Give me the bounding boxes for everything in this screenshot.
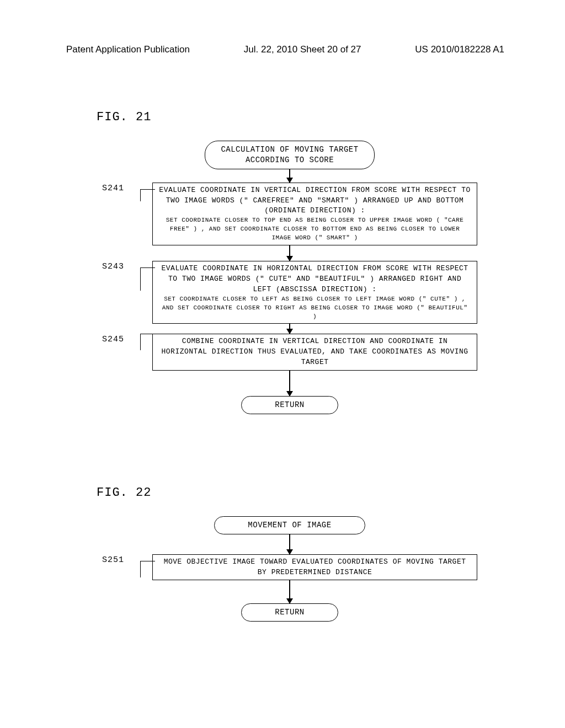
arrow-icon	[289, 371, 290, 396]
start-terminal-21: CALCULATION OF MOVING TARGET ACCORDING T…	[205, 141, 374, 169]
header-center: Jul. 22, 2010 Sheet 20 of 27	[244, 44, 361, 55]
process-s243: EVALUATE COORDINATE IN HORIZONTAL DIRECT…	[152, 261, 477, 324]
page-header: Patent Application Publication Jul. 22, …	[0, 0, 565, 55]
step-label-s241: S241	[102, 183, 140, 193]
start-terminal-22: MOVEMENT OF IMAGE	[214, 516, 365, 534]
return-terminal-21: RETURN	[241, 396, 338, 414]
process-s241-main: EVALUATE COORDINATE IN VERTICAL DIRECTIO…	[158, 185, 471, 217]
process-s245-main: COMBINE COORDINATE IN VERTICAL DIRECTION…	[158, 336, 471, 368]
process-s243-sub: SET COORDINATE CLOSER TO LEFT AS BEING C…	[158, 295, 471, 322]
process-s241-sub: SET COORDINATE CLOSER TO TOP END AS BEIN…	[158, 216, 471, 243]
process-s251-main: MOVE OBJECTIVE IMAGE TOWARD EVALUATED CO…	[158, 557, 471, 578]
step-label-s243: S243	[102, 261, 140, 271]
flowchart-21: CALCULATION OF MOVING TARGET ACCORDING T…	[102, 141, 477, 414]
return-terminal-22: RETURN	[241, 603, 338, 622]
arrow-icon	[289, 245, 290, 261]
header-right: US 2010/0182228 A1	[415, 44, 504, 55]
process-s243-main: EVALUATE COORDINATE IN HORIZONTAL DIRECT…	[158, 264, 471, 295]
process-s241: EVALUATE COORDINATE IN VERTICAL DIRECTIO…	[152, 183, 477, 245]
arrow-icon	[289, 169, 290, 183]
step-label-s251: S251	[102, 554, 140, 565]
process-s245: COMBINE COORDINATE IN VERTICAL DIRECTION…	[152, 334, 477, 371]
arrow-icon	[289, 324, 290, 334]
flowchart-22: MOVEMENT OF IMAGE S251 MOVE OBJECTIVE IM…	[102, 516, 477, 622]
figure-21-label: FIG. 21	[97, 110, 565, 124]
figure-22-label: FIG. 22	[97, 486, 565, 500]
header-left: Patent Application Publication	[66, 44, 190, 55]
arrow-icon	[289, 580, 290, 603]
arrow-icon	[289, 534, 290, 554]
process-s251: MOVE OBJECTIVE IMAGE TOWARD EVALUATED CO…	[152, 554, 477, 581]
step-label-s245: S245	[102, 334, 140, 344]
